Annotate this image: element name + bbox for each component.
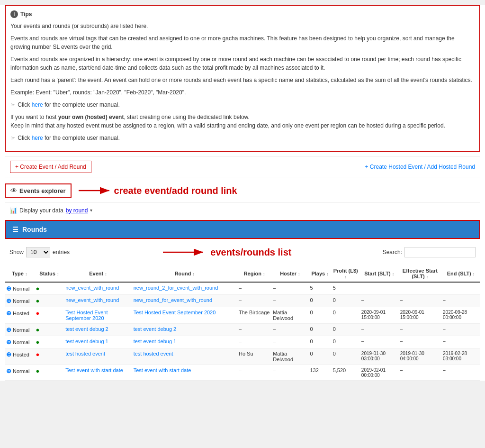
type-icon: ⊕ xyxy=(6,326,11,333)
table-row: ⊕ Normal ● test event debug 1 test event… xyxy=(5,336,480,348)
table-link[interactable]: new_round_for_event_with_round xyxy=(134,297,212,303)
status-green-icon: ● xyxy=(36,285,40,292)
page-container: i Tips Your events and rounds (or subrou… xyxy=(0,5,485,381)
sort-icon-plays: ↕ xyxy=(326,272,329,276)
cell-region: Ho Su xyxy=(237,348,271,365)
tips-line-6: ☞ Click here for the complete user manua… xyxy=(10,101,475,109)
cell-profit: 0 xyxy=(332,336,360,348)
table-controls: Show 10 25 50 100 entries events/rounds … xyxy=(5,239,480,265)
cell-type: ⊕ Normal xyxy=(5,336,35,348)
type-icon: ⊕ xyxy=(6,338,11,346)
col-header-region[interactable]: Region ↕ xyxy=(237,265,271,282)
col-header-profit[interactable]: Profit (L$) ↕ xyxy=(332,265,360,282)
here-link-1[interactable]: here xyxy=(32,101,43,108)
sort-icon-start: ↕ xyxy=(392,272,395,276)
cell-start: 2020-09-01 15:00:00 xyxy=(360,307,399,324)
table-link[interactable]: test event debug 2 xyxy=(134,326,177,332)
cell-status: ● xyxy=(35,336,64,348)
annotation-create-text: create event/add round link xyxy=(114,185,237,196)
sort-icon-round: ↕ xyxy=(193,272,195,276)
tips-line-5: Example: Event: "Uber", rounds: "Jan-202… xyxy=(10,88,475,97)
create-hosted-button[interactable]: + Create Hosted Event / Add Hosted Round xyxy=(365,164,475,170)
type-label: Normal xyxy=(13,286,29,292)
cell-region: – xyxy=(237,282,271,295)
cell-event: Test event with start date xyxy=(64,365,132,381)
table-link[interactable]: test event debug 2 xyxy=(65,326,108,332)
cell-round: test event debug 2 xyxy=(132,324,237,336)
col-header-type[interactable]: Type ↕ xyxy=(5,265,35,282)
cell-hoster: – xyxy=(271,365,308,381)
status-red-icon: ● xyxy=(36,351,40,358)
annotation-rounds-text: events/rounds list xyxy=(210,247,291,258)
cell-type: ⊕ Normal xyxy=(5,365,35,381)
type-icon: ⊕ xyxy=(6,351,11,358)
sort-icon-eff-start: ↕ xyxy=(426,274,429,279)
col-header-eff-start[interactable]: Effective Start (SLT) ↕ xyxy=(399,265,441,282)
events-explorer-button[interactable]: 👁 Events explorer xyxy=(5,183,72,198)
cell-hoster: Mattia Delwood xyxy=(271,307,308,324)
table-row: ⊕ Normal ● new_event_with_round new_roun… xyxy=(5,295,480,307)
tips-hosted-note: Keep in mind that any hosted event must … xyxy=(10,122,445,129)
table-link[interactable]: Test Hosted Event September 2020 xyxy=(65,310,108,321)
table-link[interactable]: test event debug 1 xyxy=(65,338,108,344)
table-header-row: Type ↕ Status ↕ Event ↕ Round ↕ Region ↕ xyxy=(5,265,480,282)
type-label: Normal xyxy=(13,339,29,345)
cell-status: ● xyxy=(35,365,64,381)
rounds-annotation-arrow xyxy=(161,243,208,262)
col-header-end[interactable]: End (SLT) ↕ xyxy=(441,265,480,282)
cell-region: – xyxy=(237,295,271,307)
cell-eff-start: 2019-01-30 04:00:00 xyxy=(399,348,441,365)
rounds-header: ☰ Rounds xyxy=(5,220,480,239)
col-header-start[interactable]: Start (SLT) ↕ xyxy=(360,265,399,282)
cell-hoster: – xyxy=(271,336,308,348)
sort-icon-end: ↕ xyxy=(473,272,475,276)
table-row: ⊕ Hosted ● Test Hosted Event September 2… xyxy=(5,307,480,324)
status-green-icon: ● xyxy=(36,338,40,346)
col-header-round[interactable]: Round ↕ xyxy=(132,265,237,282)
cell-type: ⊕ Normal xyxy=(5,282,35,295)
table-link[interactable]: test hosted event xyxy=(134,351,173,357)
create-event-button[interactable]: + Create Event / Add Round xyxy=(10,161,91,173)
cell-profit: 5,520 xyxy=(332,365,360,381)
cell-status: ● xyxy=(35,307,64,324)
dropdown-arrow-icon: ▾ xyxy=(90,208,92,213)
col-header-status[interactable]: Status ↕ xyxy=(35,265,64,282)
cell-end: 2020-09-28 00:00:00 xyxy=(441,307,480,324)
entries-select[interactable]: 10 25 50 100 xyxy=(26,247,50,257)
search-input[interactable] xyxy=(404,247,476,257)
cell-status: ● xyxy=(35,348,64,365)
here-link-2[interactable]: here xyxy=(32,135,43,141)
col-header-event[interactable]: Event ↕ xyxy=(64,265,132,282)
cell-plays: 0 xyxy=(308,307,331,324)
table-link[interactable]: new_round_2_for_event_with_round xyxy=(134,285,218,291)
entries-label: entries xyxy=(53,249,70,256)
cell-plays: 0 xyxy=(308,324,331,336)
cell-round: test event debug 1 xyxy=(132,336,237,348)
cell-start: – xyxy=(360,295,399,307)
table-link[interactable]: new_event_with_round xyxy=(65,297,119,303)
cell-type: ⊕ Normal xyxy=(5,295,35,307)
cell-event: test hosted event xyxy=(64,348,132,365)
cell-profit: 0 xyxy=(332,324,360,336)
by-round-link[interactable]: by round xyxy=(66,207,88,214)
table-link[interactable]: test hosted event xyxy=(65,351,105,357)
display-row: 📊 Display your data by round ▾ xyxy=(5,202,480,218)
cell-plays: 5 xyxy=(308,282,331,295)
table-link[interactable]: Test event with start date xyxy=(134,367,191,373)
cell-eff-start: 2020-09-01 15:00:00 xyxy=(399,307,441,324)
table-link[interactable]: Test event with start date xyxy=(65,367,123,373)
tips-content: Your events and rounds (or subrounds) ar… xyxy=(10,22,475,142)
table-link[interactable]: test event debug 1 xyxy=(134,338,177,344)
tips-line-8: ☞ Click here for the complete user manua… xyxy=(10,134,475,142)
table-link[interactable]: new_event_with_round xyxy=(65,285,119,291)
table-link[interactable]: Test Hosted Event September 2020 xyxy=(134,310,216,315)
cell-end: – xyxy=(441,365,480,381)
cell-plays: 132 xyxy=(308,365,331,381)
rounds-title: Rounds xyxy=(22,226,47,233)
col-header-plays[interactable]: Plays ↕ xyxy=(308,265,331,282)
cell-event: new_event_with_round xyxy=(64,295,132,307)
col-header-hoster[interactable]: Hoster ↕ xyxy=(271,265,308,282)
tips-line-2: Events and rounds are virtual tags that … xyxy=(10,34,475,51)
show-label: Show xyxy=(9,249,24,256)
sort-icon-status: ↕ xyxy=(57,272,59,276)
